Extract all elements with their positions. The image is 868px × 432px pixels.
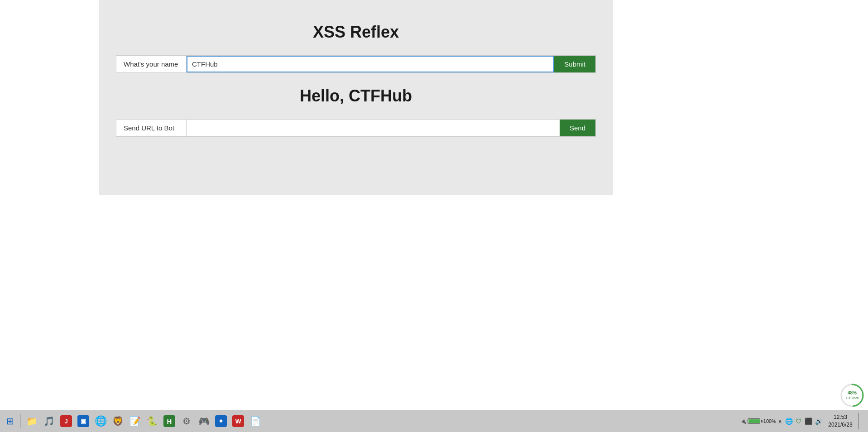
jetbrains-icon: J [60, 415, 72, 427]
show-desktop-button[interactable] [858, 413, 863, 429]
taskbar-icon-music[interactable]: 🎵 [41, 413, 57, 429]
battery-bar [748, 418, 760, 424]
start-button[interactable]: ⊞ [2, 413, 18, 429]
url-form-row: Send URL to Bot Send [116, 119, 596, 137]
antivirus-icon: 🛡 [796, 418, 802, 425]
url-input[interactable] [187, 120, 560, 136]
battery-fill [748, 419, 760, 423]
music-icon: 🎵 [43, 416, 55, 427]
clock-time: 12:53 [825, 413, 856, 421]
taskbar-icon-word[interactable]: W [230, 413, 246, 429]
taskbar-icon-file-manager[interactable]: 📁 [24, 413, 40, 429]
vmware-icon: ▣ [77, 415, 89, 427]
taskbar-icon-blue-app[interactable]: ✦ [213, 413, 229, 429]
chevron-up-icon[interactable]: ∧ [778, 418, 782, 425]
taskbar-divider-1 [20, 414, 21, 428]
net-speed: ↓ 4.3K/s [846, 396, 859, 400]
submit-button[interactable]: Submit [554, 56, 595, 72]
taskbar-tray: 🔌 100% ∧ 🌐 🛡 ⬛ 🔊 12:53 2021/6/23 [740, 413, 866, 429]
file-manager-icon: 📁 [26, 416, 38, 427]
usb-icon: ⬛ [805, 418, 812, 425]
taskbar-icon-heidisql[interactable]: H [161, 413, 177, 429]
taskbar-icon-brave[interactable]: 🦁 [110, 413, 126, 429]
taskbar: ⊞ 📁 🎵 J ▣ 🌐 🦁 📝 🐍 H ⚙ 🎮 ✦ W 📄 [0, 410, 868, 432]
name-form-row: What's your name Submit [116, 55, 596, 73]
settings-icon: ⚙ [182, 416, 191, 427]
net-percent: 48% [846, 390, 859, 396]
blue-app-icon: ✦ [215, 415, 227, 427]
clock-date: 2021/6/23 [825, 421, 856, 429]
page-title: XSS Reflex [313, 23, 399, 42]
taskbar-icon-editor[interactable]: 📝 [127, 413, 143, 429]
name-input[interactable] [187, 56, 554, 72]
taskbar-icon-python[interactable]: 🐍 [144, 413, 160, 429]
chrome-icon: 🌐 [95, 415, 107, 427]
battery-indicator: 🔌 100% [740, 418, 776, 424]
net-speed-widget: 48% ↓ 4.3K/s [839, 382, 865, 408]
windows-icon: ⊞ [6, 416, 14, 427]
taskbar-icon-jetbrains[interactable]: J [58, 413, 74, 429]
notepad-icon: 📄 [250, 416, 261, 427]
name-label: What's your name [116, 56, 187, 72]
taskbar-icon-chrome[interactable]: 🌐 [92, 413, 109, 429]
word-icon: W [232, 415, 244, 427]
network-icon: 🌐 [785, 418, 793, 425]
editor-icon: 📝 [129, 416, 141, 427]
taskbar-icon-notepad[interactable]: 📄 [247, 413, 264, 429]
python-icon: 🐍 [147, 416, 158, 427]
heidisql-icon: H [163, 415, 175, 427]
clock-area: 12:53 2021/6/23 [825, 413, 856, 429]
taskbar-icon-vmware[interactable]: ▣ [75, 413, 91, 429]
send-button[interactable]: Send [560, 120, 595, 136]
battery-percent: 100% [763, 418, 776, 424]
hello-text: Hello, CTFHub [300, 86, 412, 106]
taskbar-icon-settings[interactable]: ⚙ [178, 413, 195, 429]
game-icon: 🎮 [198, 416, 210, 427]
power-icon: 🔌 [740, 418, 747, 424]
brave-icon: 🦁 [112, 416, 124, 427]
battery-tip [761, 420, 762, 422]
url-label: Send URL to Bot [116, 120, 187, 136]
volume-icon: 🔊 [815, 418, 823, 425]
taskbar-icon-game[interactable]: 🎮 [196, 413, 212, 429]
system-icons: ∧ 🌐 🛡 ⬛ 🔊 [778, 418, 823, 425]
main-content: XSS Reflex What's your name Submit Hello… [99, 0, 613, 195]
